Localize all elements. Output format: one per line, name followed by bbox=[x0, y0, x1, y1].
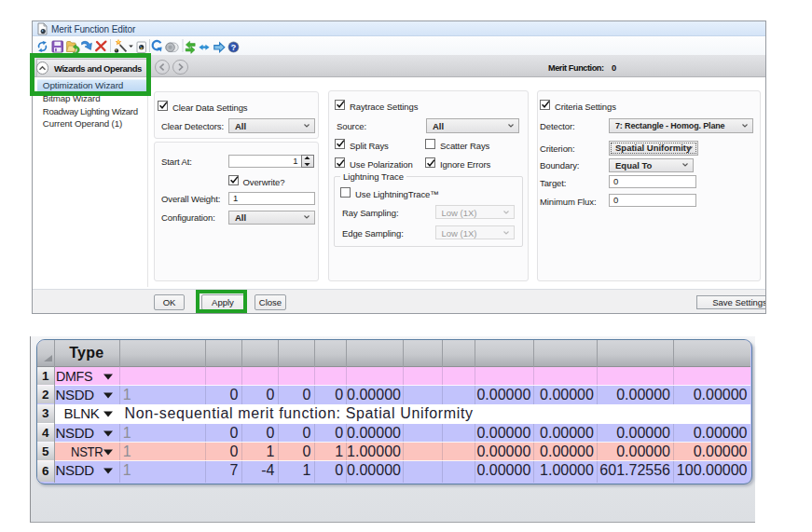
svg-text:?: ? bbox=[231, 42, 237, 51]
